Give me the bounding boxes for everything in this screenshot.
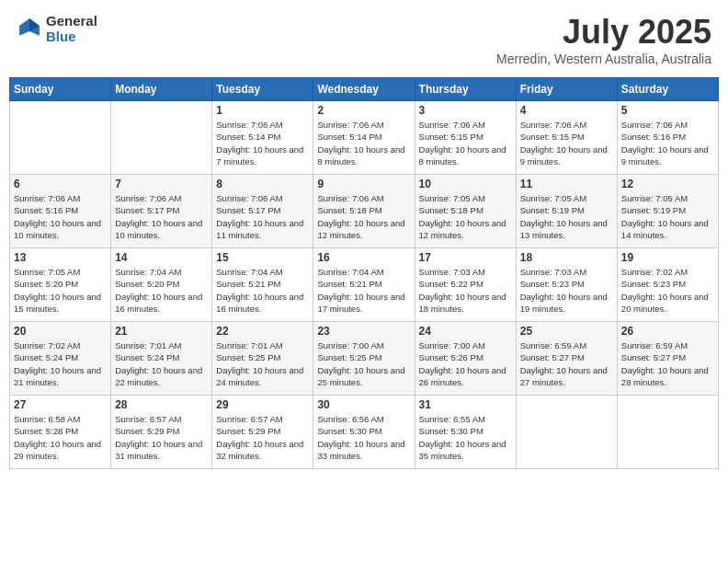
calendar-cell: 11Sunrise: 7:05 AM Sunset: 5:19 PM Dayli… [516, 175, 617, 248]
calendar-cell: 2Sunrise: 7:06 AM Sunset: 5:14 PM Daylig… [313, 101, 415, 175]
header-wednesday: Wednesday [313, 78, 415, 101]
day-info: Sunrise: 7:06 AM Sunset: 5:15 PM Dayligh… [419, 119, 512, 167]
day-number: 6 [14, 178, 107, 190]
calendar-cell: 30Sunrise: 6:56 AM Sunset: 5:30 PM Dayli… [313, 396, 415, 469]
calendar-cell: 3Sunrise: 7:06 AM Sunset: 5:15 PM Daylig… [415, 101, 516, 175]
calendar-body: 1Sunrise: 7:06 AM Sunset: 5:14 PM Daylig… [10, 101, 719, 469]
week-row-1: 1Sunrise: 7:06 AM Sunset: 5:14 PM Daylig… [10, 101, 719, 175]
day-info: Sunrise: 7:05 AM Sunset: 5:20 PM Dayligh… [14, 266, 107, 315]
calendar-cell: 21Sunrise: 7:01 AM Sunset: 5:24 PM Dayli… [111, 322, 212, 396]
day-info: Sunrise: 7:06 AM Sunset: 5:17 PM Dayligh… [216, 192, 309, 241]
day-number: 20 [14, 325, 107, 338]
day-info: Sunrise: 7:05 AM Sunset: 5:19 PM Dayligh… [520, 192, 613, 241]
calendar-cell: 14Sunrise: 7:04 AM Sunset: 5:20 PM Dayli… [111, 248, 212, 322]
day-number: 24 [419, 325, 512, 338]
day-info: Sunrise: 6:57 AM Sunset: 5:29 PM Dayligh… [216, 413, 309, 462]
day-number: 16 [317, 251, 410, 264]
calendar-table: SundayMondayTuesdayWednesdayThursdayFrid… [9, 77, 719, 469]
calendar-cell: 27Sunrise: 6:58 AM Sunset: 5:28 PM Dayli… [10, 396, 111, 469]
day-number: 27 [14, 398, 107, 411]
day-info: Sunrise: 6:55 AM Sunset: 5:30 PM Dayligh… [419, 413, 512, 462]
day-number: 9 [317, 178, 410, 190]
calendar-cell: 12Sunrise: 7:05 AM Sunset: 5:19 PM Dayli… [617, 175, 718, 248]
logo: General Blue [17, 13, 97, 44]
calendar-cell: 31Sunrise: 6:55 AM Sunset: 5:30 PM Dayli… [415, 396, 516, 469]
day-number: 17 [419, 251, 512, 264]
day-info: Sunrise: 7:01 AM Sunset: 5:24 PM Dayligh… [115, 339, 208, 388]
day-number: 13 [14, 251, 107, 264]
calendar-cell: 24Sunrise: 7:00 AM Sunset: 5:26 PM Dayli… [415, 322, 516, 396]
day-number: 18 [520, 251, 613, 264]
calendar-cell: 9Sunrise: 7:06 AM Sunset: 5:18 PM Daylig… [313, 175, 415, 248]
day-number: 7 [115, 178, 208, 190]
title-block: July 2025 Merredin, Western Australia, A… [496, 13, 711, 66]
day-number: 3 [419, 104, 512, 117]
header-saturday: Saturday [617, 78, 718, 101]
day-number: 26 [621, 325, 714, 338]
day-number: 31 [419, 398, 512, 411]
calendar-cell: 16Sunrise: 7:04 AM Sunset: 5:21 PM Dayli… [313, 248, 415, 322]
day-info: Sunrise: 6:58 AM Sunset: 5:28 PM Dayligh… [14, 413, 107, 462]
day-number: 21 [115, 325, 208, 338]
calendar-cell: 5Sunrise: 7:06 AM Sunset: 5:16 PM Daylig… [617, 101, 718, 175]
day-number: 1 [216, 104, 309, 117]
day-info: Sunrise: 7:03 AM Sunset: 5:22 PM Dayligh… [419, 266, 512, 315]
logo-text: General Blue [46, 13, 97, 44]
day-info: Sunrise: 7:05 AM Sunset: 5:18 PM Dayligh… [419, 192, 512, 241]
day-info: Sunrise: 7:06 AM Sunset: 5:18 PM Dayligh… [317, 192, 410, 241]
day-number: 14 [115, 251, 208, 264]
calendar-subtitle: Merredin, Western Australia, Australia [496, 52, 711, 66]
day-info: Sunrise: 6:56 AM Sunset: 5:30 PM Dayligh… [317, 413, 410, 462]
calendar-cell: 15Sunrise: 7:04 AM Sunset: 5:21 PM Dayli… [212, 248, 313, 322]
day-info: Sunrise: 6:57 AM Sunset: 5:29 PM Dayligh… [115, 413, 208, 462]
calendar-cell [111, 101, 212, 175]
day-info: Sunrise: 7:06 AM Sunset: 5:16 PM Dayligh… [621, 119, 714, 167]
day-number: 28 [115, 398, 208, 411]
day-number: 8 [216, 178, 309, 190]
week-row-2: 6Sunrise: 7:06 AM Sunset: 5:16 PM Daylig… [10, 175, 719, 248]
day-info: Sunrise: 7:02 AM Sunset: 5:23 PM Dayligh… [621, 266, 714, 315]
day-number: 29 [216, 398, 309, 411]
day-number: 15 [216, 251, 309, 264]
header-sunday: Sunday [10, 78, 111, 101]
day-info: Sunrise: 7:06 AM Sunset: 5:17 PM Dayligh… [115, 192, 208, 241]
calendar-cell: 13Sunrise: 7:05 AM Sunset: 5:20 PM Dayli… [10, 248, 111, 322]
day-number: 25 [520, 325, 613, 338]
calendar-cell [617, 396, 718, 469]
day-info: Sunrise: 7:06 AM Sunset: 5:15 PM Dayligh… [520, 119, 613, 167]
day-number: 11 [520, 178, 613, 190]
calendar-cell: 6Sunrise: 7:06 AM Sunset: 5:16 PM Daylig… [10, 175, 111, 248]
day-number: 2 [317, 104, 410, 117]
calendar-cell: 1Sunrise: 7:06 AM Sunset: 5:14 PM Daylig… [212, 101, 313, 175]
calendar-cell: 25Sunrise: 6:59 AM Sunset: 5:27 PM Dayli… [516, 322, 617, 396]
calendar-cell: 17Sunrise: 7:03 AM Sunset: 5:22 PM Dayli… [415, 248, 516, 322]
day-info: Sunrise: 7:06 AM Sunset: 5:14 PM Dayligh… [216, 119, 309, 167]
calendar-cell: 7Sunrise: 7:06 AM Sunset: 5:17 PM Daylig… [111, 175, 212, 248]
day-info: Sunrise: 7:01 AM Sunset: 5:25 PM Dayligh… [216, 339, 309, 388]
calendar-cell: 28Sunrise: 6:57 AM Sunset: 5:29 PM Dayli… [111, 396, 212, 469]
day-info: Sunrise: 7:00 AM Sunset: 5:25 PM Dayligh… [317, 339, 410, 388]
day-number: 5 [621, 104, 714, 117]
day-number: 12 [621, 178, 714, 190]
day-info: Sunrise: 7:04 AM Sunset: 5:20 PM Dayligh… [115, 266, 208, 315]
week-row-5: 27Sunrise: 6:58 AM Sunset: 5:28 PM Dayli… [10, 396, 719, 469]
day-info: Sunrise: 7:04 AM Sunset: 5:21 PM Dayligh… [317, 266, 410, 315]
calendar-cell: 23Sunrise: 7:00 AM Sunset: 5:25 PM Dayli… [313, 322, 415, 396]
calendar-cell: 4Sunrise: 7:06 AM Sunset: 5:15 PM Daylig… [516, 101, 617, 175]
week-row-4: 20Sunrise: 7:02 AM Sunset: 5:24 PM Dayli… [10, 322, 719, 396]
day-number: 10 [419, 178, 512, 190]
day-number: 22 [216, 325, 309, 338]
day-info: Sunrise: 7:03 AM Sunset: 5:23 PM Dayligh… [520, 266, 613, 315]
calendar-cell: 18Sunrise: 7:03 AM Sunset: 5:23 PM Dayli… [516, 248, 617, 322]
header-monday: Monday [111, 78, 212, 101]
day-number: 19 [621, 251, 714, 264]
day-info: Sunrise: 6:59 AM Sunset: 5:27 PM Dayligh… [621, 339, 714, 388]
logo-icon [17, 16, 42, 41]
day-number: 4 [520, 104, 613, 117]
header-friday: Friday [516, 78, 617, 101]
calendar-header: SundayMondayTuesdayWednesdayThursdayFrid… [10, 78, 719, 101]
calendar-cell: 10Sunrise: 7:05 AM Sunset: 5:18 PM Dayli… [415, 175, 516, 248]
day-info: Sunrise: 7:05 AM Sunset: 5:19 PM Dayligh… [621, 192, 714, 241]
day-number: 23 [317, 325, 410, 338]
calendar-cell: 19Sunrise: 7:02 AM Sunset: 5:23 PM Dayli… [617, 248, 718, 322]
